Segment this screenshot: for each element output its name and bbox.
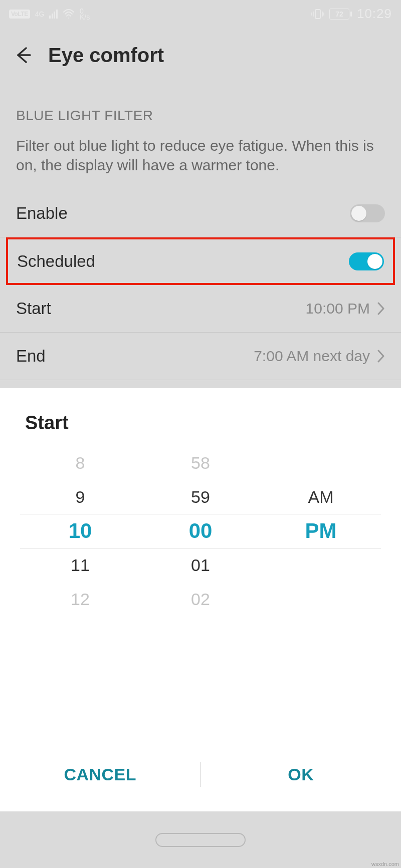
row-start-label: Start xyxy=(16,299,51,318)
row-scheduled[interactable]: Scheduled xyxy=(6,237,395,285)
hour-minus2: 8 xyxy=(20,446,140,480)
picker-ampm-column[interactable]: AM PM xyxy=(261,446,381,616)
cancel-button[interactable]: CANCEL xyxy=(0,765,200,784)
status-bar: VoLTE 4G 0 K/s 72 10:29 xyxy=(0,0,401,28)
dialog-title: Start xyxy=(0,388,401,446)
row-scheduled-label: Scheduled xyxy=(17,252,95,271)
watermark: wsxdn.com xyxy=(371,861,399,867)
vibrate-icon xyxy=(311,9,324,20)
row-start-value: 10:00 PM xyxy=(306,300,370,317)
hour-plus2: 12 xyxy=(20,582,140,616)
page-title: Eye comfort xyxy=(48,44,164,67)
status-left: VoLTE 4G 0 K/s xyxy=(9,8,90,20)
network-speed: 0 K/s xyxy=(80,8,90,20)
back-icon[interactable] xyxy=(13,45,33,65)
hour-plus1: 11 xyxy=(20,548,140,582)
row-end[interactable]: End 7:00 AM next day xyxy=(0,333,401,380)
row-enable-label: Enable xyxy=(16,204,68,223)
dialog-actions: CANCEL OK xyxy=(0,754,401,794)
hour-selected: 10 xyxy=(20,514,140,548)
battery-icon: 72 xyxy=(329,9,352,20)
row-end-label: End xyxy=(16,347,46,366)
wifi-icon xyxy=(63,9,75,19)
ok-button[interactable]: OK xyxy=(201,765,402,784)
clock: 10:29 xyxy=(357,6,392,22)
section-description: Filter out blue light to reduce eye fati… xyxy=(0,129,401,190)
header: Eye comfort xyxy=(0,28,401,83)
toggle-enable[interactable] xyxy=(350,204,385,222)
ampm-minus1: AM xyxy=(261,480,381,514)
time-picker[interactable]: 8 9 10 11 12 58 59 00 01 02 AM PM xyxy=(0,446,401,616)
minute-minus2: 58 xyxy=(140,446,261,480)
row-end-value: 7:00 AM next day xyxy=(254,348,370,365)
ampm-selected: PM xyxy=(261,514,381,548)
signal-icon xyxy=(49,10,58,19)
home-pill-icon[interactable] xyxy=(155,833,246,847)
section-label: BLUE LIGHT FILTER xyxy=(0,83,401,129)
row-start[interactable]: Start 10:00 PM xyxy=(0,285,401,333)
minute-minus1: 59 xyxy=(140,480,261,514)
toggle-scheduled[interactable] xyxy=(349,252,384,270)
row-enable[interactable]: Enable xyxy=(0,190,401,237)
picker-minute-column[interactable]: 58 59 00 01 02 xyxy=(140,446,261,616)
hour-minus1: 9 xyxy=(20,480,140,514)
svg-rect-0 xyxy=(315,10,320,19)
content: BLUE LIGHT FILTER Filter out blue light … xyxy=(0,83,401,380)
time-picker-dialog: Start 8 9 10 11 12 58 59 00 01 02 AM PM xyxy=(0,388,401,811)
volte-badge: VoLTE xyxy=(9,10,30,19)
network-generation: 4G xyxy=(35,11,45,17)
chevron-right-icon xyxy=(377,349,385,363)
status-right: 72 10:29 xyxy=(311,6,392,22)
picker-hour-column[interactable]: 8 9 10 11 12 xyxy=(20,446,140,616)
minute-plus1: 01 xyxy=(140,548,261,582)
minute-plus2: 02 xyxy=(140,582,261,616)
chevron-right-icon xyxy=(377,302,385,316)
battery-level: 72 xyxy=(329,9,349,20)
navigation-bar xyxy=(0,811,401,868)
minute-selected: 00 xyxy=(140,514,261,548)
